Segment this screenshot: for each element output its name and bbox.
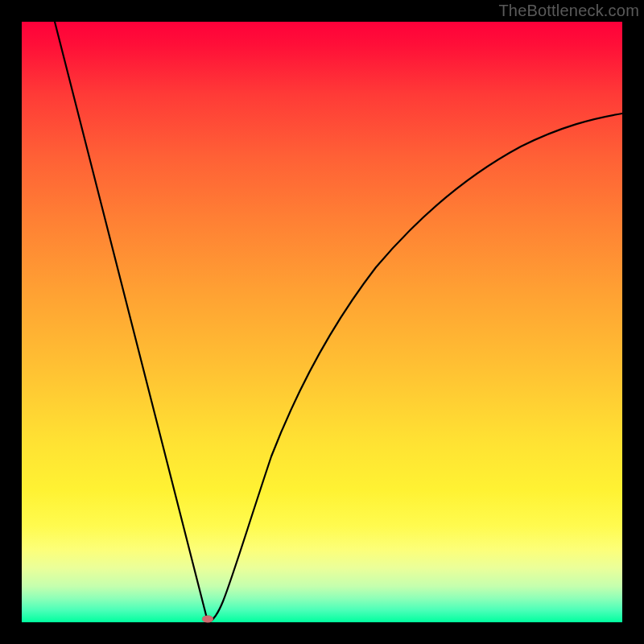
chart-frame: TheBottleneck.com — [0, 0, 644, 644]
optimum-marker — [202, 616, 213, 623]
bottleneck-curve — [22, 22, 622, 622]
plot-area — [22, 22, 622, 622]
curve-path — [55, 22, 622, 621]
watermark-text: TheBottleneck.com — [498, 2, 639, 20]
